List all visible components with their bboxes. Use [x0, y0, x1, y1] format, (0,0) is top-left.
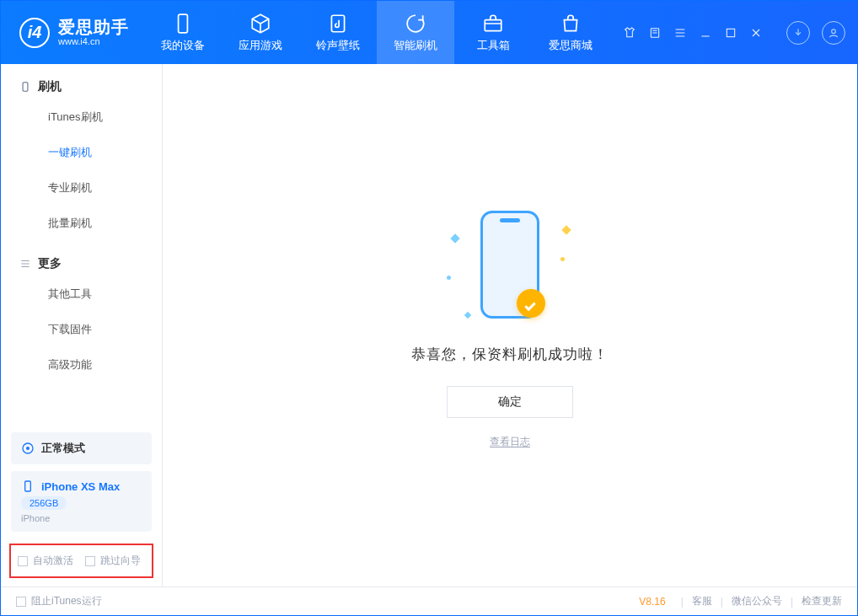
sidebar: 刷机 iTunes刷机 一键刷机 专业刷机 批量刷机 更多 其他工具 下载固件 … — [1, 64, 163, 587]
svg-point-5 — [832, 29, 836, 33]
tab-ringtones[interactable]: 铃声壁纸 — [299, 1, 377, 64]
minimize-icon[interactable] — [699, 26, 712, 40]
device-storage-badge: 256GB — [21, 496, 67, 510]
body: 刷机 iTunes刷机 一键刷机 专业刷机 批量刷机 更多 其他工具 下载固件 … — [1, 64, 857, 587]
brand-logo-icon: i4 — [19, 18, 50, 48]
sidebar-item-download-fw[interactable]: 下载固件 — [1, 312, 162, 347]
device-icon — [19, 81, 31, 93]
cube-icon — [249, 13, 271, 35]
sidebar-group-label: 更多 — [38, 256, 62, 271]
phone-success-icon — [480, 211, 539, 319]
tab-toolbox[interactable]: 工具箱 — [454, 1, 532, 64]
tab-smart-flash[interactable]: 智能刷机 — [377, 1, 454, 64]
close-icon[interactable] — [749, 26, 763, 40]
svg-rect-2 — [485, 19, 501, 30]
svg-point-8 — [26, 447, 29, 450]
music-file-icon — [327, 13, 349, 35]
device-type: iPhone — [21, 513, 142, 523]
refresh-shield-icon — [405, 13, 426, 35]
download-button[interactable] — [786, 21, 810, 45]
checkbox-label: 跳过向导 — [100, 554, 141, 568]
tab-label: 铃声壁纸 — [316, 38, 360, 53]
success-illustration — [447, 201, 573, 328]
header-right — [623, 1, 857, 64]
sidebar-group-label: 刷机 — [38, 79, 62, 94]
mode-card[interactable]: 正常模式 — [11, 432, 152, 464]
tab-store[interactable]: 爱思商城 — [532, 1, 609, 64]
footer: 阻止iTunes运行 V8.16 | 客服 | 微信公众号 | 检查更新 — [1, 587, 857, 615]
sidebar-group-more: 更多 — [1, 241, 162, 276]
sidebar-item-batch-flash[interactable]: 批量刷机 — [1, 206, 162, 241]
tab-label: 应用游戏 — [239, 38, 282, 53]
checkbox-label: 阻止iTunes运行 — [31, 594, 102, 608]
sidebar-item-pro-flash[interactable]: 专业刷机 — [1, 170, 162, 206]
checkbox-skip-guide[interactable]: 跳过向导 — [85, 554, 141, 568]
brand-text: 爱思助手 www.i4.cn — [58, 18, 129, 46]
success-message: 恭喜您，保资料刷机成功啦！ — [411, 345, 609, 364]
svg-rect-9 — [25, 481, 31, 491]
view-log-link[interactable]: 查看日志 — [490, 435, 530, 449]
menu-icon[interactable] — [673, 26, 687, 40]
phone-icon — [172, 13, 194, 35]
brand-subtitle: www.i4.cn — [58, 36, 129, 46]
main-tabs: 我的设备 应用游戏 铃声壁纸 智能刷机 工具箱 爱思商城 — [144, 1, 609, 64]
version-label: V8.16 — [639, 596, 665, 608]
maximize-icon[interactable] — [724, 26, 737, 40]
mode-icon — [21, 442, 35, 455]
mode-label: 正常模式 — [41, 441, 85, 456]
device-name: iPhone XS Max — [41, 480, 120, 493]
tab-my-device[interactable]: 我的设备 — [144, 1, 222, 64]
sidebar-item-other-tools[interactable]: 其他工具 — [1, 276, 162, 312]
footer-update-link[interactable]: 检查更新 — [802, 594, 842, 608]
account-button[interactable] — [822, 21, 845, 45]
list-icon — [19, 258, 31, 270]
tab-apps[interactable]: 应用游戏 — [222, 1, 299, 64]
brand-name: 爱思助手 — [58, 18, 129, 36]
svg-rect-1 — [331, 15, 344, 32]
header: i4 爱思助手 www.i4.cn 我的设备 应用游戏 铃声壁纸 智能刷机 — [1, 1, 857, 64]
svg-rect-6 — [23, 83, 28, 92]
tshirt-icon[interactable] — [623, 26, 636, 40]
toolbox-icon — [482, 13, 504, 35]
tab-label: 智能刷机 — [394, 38, 437, 53]
checkbox-block-itunes[interactable]: 阻止iTunes运行 — [16, 594, 102, 608]
checkbox-label: 自动激活 — [33, 554, 73, 568]
flash-options-highlight: 自动激活 跳过向导 — [9, 544, 153, 578]
note-icon[interactable] — [648, 26, 662, 40]
sidebar-item-itunes-flash[interactable]: iTunes刷机 — [1, 99, 162, 135]
footer-right: V8.16 | 客服 | 微信公众号 | 检查更新 — [639, 594, 842, 608]
main-content: 恭喜您，保资料刷机成功啦！ 确定 查看日志 — [163, 64, 857, 587]
checkbox-auto-activate[interactable]: 自动激活 — [18, 554, 73, 568]
tab-label: 工具箱 — [477, 38, 510, 53]
svg-rect-4 — [727, 29, 734, 36]
svg-rect-0 — [179, 14, 188, 33]
sidebar-item-advanced[interactable]: 高级功能 — [1, 347, 162, 383]
sidebar-group-flash: 刷机 — [1, 64, 162, 99]
brand: i4 爱思助手 www.i4.cn — [1, 1, 144, 64]
sidebar-item-oneclick-flash[interactable]: 一键刷机 — [1, 135, 162, 170]
footer-wechat-link[interactable]: 微信公众号 — [732, 594, 782, 608]
device-small-icon — [21, 479, 35, 493]
footer-support-link[interactable]: 客服 — [692, 594, 712, 608]
ok-button[interactable]: 确定 — [447, 386, 573, 418]
tab-label: 爱思商城 — [549, 38, 593, 53]
device-card[interactable]: iPhone XS Max 256GB iPhone — [11, 471, 152, 532]
app-window: i4 爱思助手 www.i4.cn 我的设备 应用游戏 铃声壁纸 智能刷机 — [0, 0, 858, 616]
sidebar-cards: 正常模式 iPhone XS Max 256GB iPhone — [1, 424, 162, 538]
tab-label: 我的设备 — [161, 38, 205, 53]
bag-icon — [560, 13, 582, 35]
